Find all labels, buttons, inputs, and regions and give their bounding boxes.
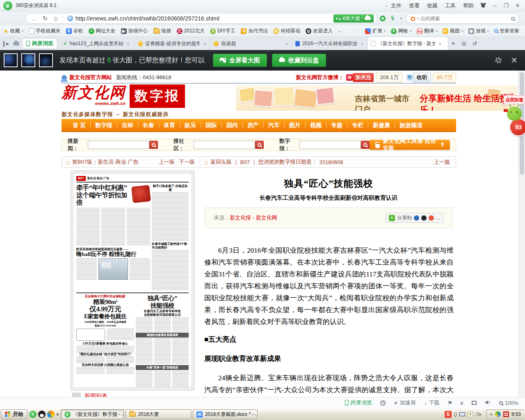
task-button-browser[interactable]: e《新文化报》数字报 - ... <box>61 409 124 419</box>
bookmark-calligraphy[interactable]: 书当代书法 <box>241 27 268 34</box>
nav-entertainment[interactable]: 娱乐 <box>180 122 201 128</box>
nav-pictures[interactable]: 图片 <box>285 122 306 128</box>
task-button-document[interactable]: W2016大赛截图.docx * - ... <box>193 409 258 419</box>
sina-weibo-icon[interactable]: ⓦ <box>346 74 353 81</box>
search-engine-icon[interactable]: O <box>411 16 415 22</box>
nav-international[interactable]: 国际 <box>201 122 222 128</box>
listen-button[interactable]: 收听 <box>413 73 431 82</box>
mute-icon[interactable] <box>485 400 491 406</box>
prev-page-link[interactable]: 上一版 <box>159 158 175 166</box>
menu-help[interactable]: 帮助 <box>463 2 474 9</box>
prev-article-link[interactable]: 上一篇 <box>434 158 450 166</box>
tool-extensions[interactable]: 扩展▾ <box>365 27 386 34</box>
search-box[interactable]: O ▾ <box>406 13 519 24</box>
search-news-input[interactable] <box>88 141 149 149</box>
bookmark-links-folder[interactable]: 链接 <box>153 27 171 34</box>
task-button-folder[interactable]: 2016大赛 <box>126 409 191 419</box>
nav-domestic[interactable]: 国内 <box>222 122 243 128</box>
accelerator-button[interactable]: ➤加速器 <box>394 399 416 406</box>
tab-hao123[interactable]: ✔hao123_上网从这里开始× <box>60 37 135 50</box>
toolbar-dropdown-icon[interactable]: ▼ <box>399 17 403 21</box>
quicklaunch-qq-icon[interactable] <box>38 411 46 418</box>
search-input[interactable] <box>420 16 509 21</box>
search-news-button[interactable] <box>149 141 158 149</box>
source-value[interactable]: 新文化报 - 新文化网 <box>230 214 277 221</box>
microphone-icon[interactable] <box>454 412 457 416</box>
bookmark-hesaoji[interactable]: 临何绍基临 <box>273 27 300 34</box>
home-icon[interactable]: ⌂ <box>50 14 61 23</box>
image-thumbnail[interactable] <box>39 53 53 67</box>
download-button[interactable]: ↓下载 <box>424 399 440 406</box>
tab-close-icon[interactable]: × <box>285 41 288 47</box>
renren-icon[interactable] <box>414 215 419 221</box>
start-button[interactable]: 开始 <box>1 409 27 419</box>
speedup-mascot-widget[interactable]: 点我加速 × × 93 <box>504 95 525 148</box>
nav-realestate[interactable]: 房产 <box>243 122 264 128</box>
tray-expand-icon[interactable]: « <box>490 411 493 417</box>
image-thumbnail[interactable] <box>4 53 18 67</box>
menu-favorites[interactable]: 收藏 <box>427 2 438 9</box>
speed-bolt-icon[interactable]: ϟ <box>390 16 395 21</box>
nav-sports[interactable]: 体育 <box>159 122 180 128</box>
tab-close-icon[interactable]: × <box>438 41 442 47</box>
nav-health[interactable]: 新健康 <box>368 122 395 128</box>
follow-button[interactable]: 加关注 <box>353 73 374 82</box>
maximize-button[interactable]: ❐ <box>500 2 512 9</box>
speed-score-badge[interactable]: 93 <box>509 118 525 136</box>
search-bbs-input[interactable] <box>194 141 255 149</box>
sogou-input-icon[interactable]: S <box>445 411 452 418</box>
flag-icon[interactable]: ⚑ <box>447 400 452 406</box>
newspaper-page-thumbnail[interactable]: B07 新生活·商业·广告 牵手“年中红利惠” 这个端午节折扣加倍 欧亚卖场海洋… <box>71 171 194 390</box>
nav-columns[interactable]: 专栏 <box>347 122 368 128</box>
search-paper-button[interactable] <box>361 141 370 149</box>
big-images-badge[interactable]: ◤◢ 6张大图 <box>333 14 374 23</box>
mascot-icon[interactable]: × × <box>507 107 522 121</box>
share-widget[interactable]: + 分享到 ... <box>386 213 443 223</box>
search-bbs-button[interactable] <box>255 141 264 149</box>
refresh-icon[interactable]: ↻ <box>40 15 50 22</box>
skin-icon[interactable] <box>477 2 489 9</box>
weibo-icon[interactable] <box>429 215 434 221</box>
nav-changchun[interactable]: 长春 <box>138 122 159 128</box>
favorites-button[interactable]: ★收藏▾ <box>3 27 23 34</box>
speed-dial-icon[interactable] <box>380 400 386 406</box>
bookmark-mobile-favorites[interactable]: 手机收藏夹 <box>29 27 61 34</box>
menu-tools[interactable]: 工具 <box>445 2 456 9</box>
tab-close-icon[interactable]: × <box>203 41 206 47</box>
cloud-sync-icon[interactable] <box>11 40 21 47</box>
url-input[interactable] <box>75 15 333 22</box>
tab-list-icon[interactable]: ⧉ <box>459 40 469 47</box>
bookmark-google[interactable]: 8谷歌 <box>66 27 83 34</box>
search-paper-input[interactable] <box>299 141 361 149</box>
tray-sogou-icon[interactable] <box>503 411 509 417</box>
quicklaunch-media-icon[interactable] <box>47 411 55 418</box>
bookmark-pku[interactable]: 北2012北大 <box>177 27 205 34</box>
tool-translate[interactable]: Aa翻译▾ <box>417 27 437 34</box>
tab-close-icon[interactable]: × <box>361 41 364 47</box>
menu-view[interactable]: 查看 <box>409 2 420 9</box>
bookmark-game-center[interactable]: ▶游戏中心 <box>121 27 148 34</box>
next-page-link[interactable]: 下一版 <box>179 158 195 166</box>
snapshot-aperture-icon[interactable] <box>380 16 386 21</box>
help-icon[interactable]: ? <box>468 412 473 417</box>
toolbar-install-button[interactable]: 新文化网工具条 点击安装 <box>370 140 450 150</box>
bookmark-diy[interactable]: DDIY手工 <box>210 27 235 34</box>
nav-travel[interactable]: 旅游频道 <box>395 122 427 128</box>
close-notification-icon[interactable]: ✕ <box>511 55 518 65</box>
fullscreen-view-button[interactable]: 全屏看大图 <box>213 54 267 67</box>
image-thumbnail[interactable] <box>21 53 35 67</box>
bookmark-navsite[interactable]: +网址大全 <box>89 27 116 34</box>
bookmarks-overflow-icon[interactable]: » <box>338 29 340 34</box>
language-options-icon[interactable]: ❐▾ <box>475 412 481 417</box>
nav-topics[interactable]: 专题 <box>326 122 347 128</box>
tab-close-icon[interactable]: × <box>127 41 130 47</box>
window-mode-icon[interactable] <box>472 401 477 405</box>
restore-tab-icon[interactable]: ↺ <box>469 40 480 47</box>
cross-screen-tab[interactable]: 跨屏浏览 <box>22 38 57 49</box>
menu-file[interactable]: 文件 <box>391 2 402 9</box>
tab-collapse-icon[interactable]: ❙▸ <box>0 40 11 47</box>
close-button[interactable]: ✕ <box>512 2 523 9</box>
nav-auto[interactable]: 汽车 <box>264 122 285 128</box>
tool-games[interactable]: ◉游戏▾ <box>468 27 489 34</box>
new-tab-icon[interactable]: + <box>448 39 459 48</box>
